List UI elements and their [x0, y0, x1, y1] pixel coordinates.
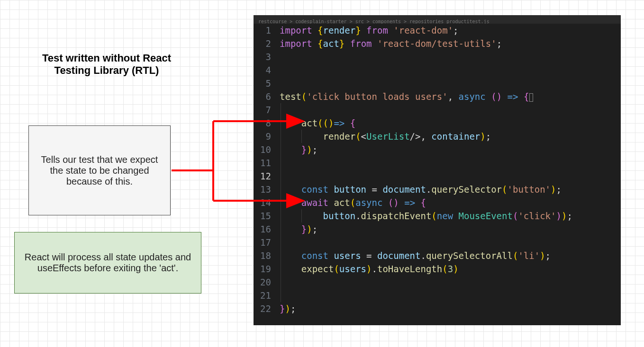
line-content: expect(users).toHaveLength(3): [280, 262, 621, 276]
diagram-title: Test written without React Testing Libra…: [24, 52, 190, 77]
code-line[interactable]: 14 await act(async () => {: [254, 196, 621, 209]
line-number: 14: [254, 196, 280, 209]
code-line[interactable]: 21: [254, 289, 621, 302]
line-number: 11: [254, 156, 280, 169]
line-number: 7: [254, 103, 280, 116]
code-line[interactable]: 15 button.dispatchEvent(new MouseEvent('…: [254, 209, 621, 222]
line-content: const button = document.querySelector('b…: [280, 183, 621, 196]
line-content: const users = document.querySelectorAll(…: [280, 249, 621, 262]
line-number: 4: [254, 63, 280, 77]
code-editor: restcourse > codesplain-starter > src > …: [254, 15, 621, 325]
line-number: 22: [254, 302, 280, 315]
bracket-match-box: [529, 93, 533, 102]
line-content: [280, 289, 621, 302]
code-line[interactable]: 13 const button = document.querySelector…: [254, 183, 621, 196]
line-content: [280, 77, 621, 90]
line-number: 6: [254, 90, 280, 103]
line-number: 18: [254, 249, 280, 262]
line-content: test('click button loads users', async (…: [280, 90, 621, 103]
line-number: 21: [254, 289, 280, 302]
line-content: import {render} from 'react-dom';: [280, 24, 621, 37]
line-number: 5: [254, 77, 280, 90]
line-number: 13: [254, 183, 280, 196]
line-number: 9: [254, 130, 280, 143]
line-number: 20: [254, 276, 280, 289]
code-line[interactable]: 17: [254, 236, 621, 249]
line-content: act(()=> {: [280, 116, 621, 130]
line-number: 1: [254, 24, 280, 37]
line-content: [280, 276, 621, 289]
line-content: });: [280, 143, 621, 156]
line-number: 17: [254, 236, 280, 249]
line-content: [280, 50, 621, 63]
code-body: 1import {render} from 'react-dom';2impor…: [254, 24, 621, 315]
code-line[interactable]: 4: [254, 63, 621, 77]
explanation-box-state-processing: React will process all state updates and…: [14, 232, 201, 294]
code-line[interactable]: 18 const users = document.querySelectorA…: [254, 249, 621, 262]
code-line[interactable]: 22});: [254, 302, 621, 315]
code-line[interactable]: 3: [254, 50, 621, 63]
line-number: 16: [254, 222, 280, 236]
line-content: [280, 236, 621, 249]
line-content: render(<UserList/>, container);: [280, 130, 621, 143]
code-line[interactable]: 5: [254, 77, 621, 90]
code-line[interactable]: 1import {render} from 'react-dom';: [254, 24, 621, 37]
code-line[interactable]: 6test('click button loads users', async …: [254, 90, 621, 103]
code-line[interactable]: 7: [254, 103, 621, 116]
line-number: 8: [254, 116, 280, 130]
editor-breadcrumb: restcourse > codesplain-starter > src > …: [254, 15, 621, 24]
code-line[interactable]: 16 });: [254, 222, 621, 236]
line-content: [280, 63, 621, 77]
code-line[interactable]: 20: [254, 276, 621, 289]
line-content: [280, 156, 621, 169]
code-line[interactable]: 8 act(()=> {: [254, 116, 621, 130]
line-number: 3: [254, 50, 280, 63]
code-line[interactable]: 10 });: [254, 143, 621, 156]
code-line[interactable]: 19 expect(users).toHaveLength(3): [254, 262, 621, 276]
line-content: await act(async () => {: [280, 196, 621, 209]
line-number: 15: [254, 209, 280, 222]
line-number: 19: [254, 262, 280, 276]
code-line[interactable]: 9 render(<UserList/>, container);: [254, 130, 621, 143]
line-content: button.dispatchEvent(new MouseEvent('cli…: [280, 209, 621, 222]
line-content: });: [280, 222, 621, 236]
code-line[interactable]: 12: [254, 169, 621, 183]
explanation-box-state-change: Tells our test that we expect the state …: [28, 125, 171, 215]
code-line[interactable]: 11: [254, 156, 621, 169]
line-number: 2: [254, 37, 280, 50]
line-content: import {act} from 'react-dom/test-utils'…: [280, 37, 621, 50]
line-content: });: [280, 302, 621, 315]
line-number: 12: [254, 169, 280, 183]
line-content: [280, 103, 621, 116]
line-number: 10: [254, 143, 280, 156]
code-line[interactable]: 2import {act} from 'react-dom/test-utils…: [254, 37, 621, 50]
line-content: [280, 169, 621, 183]
